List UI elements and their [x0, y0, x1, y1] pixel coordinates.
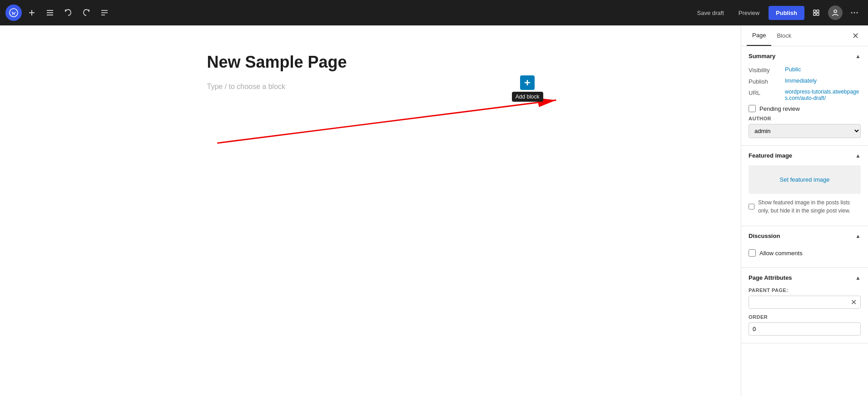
url-row: URL wordpress-tutorials.atwebpages.com/a… — [749, 89, 861, 101]
redo-button[interactable] — [78, 5, 94, 21]
visibility-label: Visibility — [749, 66, 785, 74]
show-featured-image-text: Show featured image in the posts lists o… — [758, 198, 861, 215]
editor-content: New Sample Page Type / to choose a block — [207, 53, 534, 369]
add-block-button[interactable] — [520, 75, 535, 90]
parent-page-input-wrap: ✕ — [749, 296, 861, 309]
publish-value[interactable]: Immediately — [785, 77, 817, 84]
pending-review-label[interactable]: Pending review — [759, 105, 800, 112]
add-block-tooltip: Add block — [512, 92, 543, 102]
svg-rect-7 — [813, 10, 816, 12]
toolbar-left: W — [5, 5, 113, 21]
show-featured-image-row: Show featured image in the posts lists o… — [749, 198, 861, 215]
discussion-content: Allow comments — [741, 249, 868, 267]
svg-rect-9 — [813, 13, 816, 15]
author-section: AUTHOR admin — [749, 116, 861, 138]
set-featured-image-button[interactable]: Set featured image — [749, 165, 861, 194]
publish-row: Publish Immediately — [749, 77, 861, 85]
svg-point-12 — [851, 12, 853, 14]
order-label: ORDER — [749, 314, 861, 320]
publish-label: Publish — [749, 77, 785, 85]
annotation-arrow — [171, 94, 589, 166]
editor-area[interactable]: New Sample Page Type / to choose a block — [0, 25, 741, 396]
discussion-title: Discussion — [749, 233, 780, 239]
summary-chevron: ▲ — [855, 53, 861, 59]
allow-comments-checkbox[interactable] — [749, 249, 756, 257]
parent-page-clear-button[interactable]: ✕ — [847, 296, 860, 308]
save-draft-button[interactable]: Save draft — [692, 7, 729, 19]
parent-page-label: PARENT PAGE: — [749, 287, 861, 293]
url-value[interactable]: wordpress-tutorials.atwebpages.com/auto-… — [785, 89, 861, 101]
summary-section-header[interactable]: Summary ▲ — [741, 46, 868, 66]
svg-line-16 — [217, 100, 556, 144]
visibility-row: Visibility Public — [749, 66, 861, 74]
featured-image-chevron: ▲ — [855, 153, 861, 159]
parent-page-input[interactable] — [749, 296, 847, 308]
page-attributes-content: PARENT PAGE: ✕ ORDER — [741, 287, 868, 343]
featured-image-header[interactable]: Featured image ▲ — [741, 146, 868, 165]
add-block-area: Add block — [512, 75, 543, 102]
show-featured-image-checkbox[interactable] — [749, 203, 754, 210]
page-attributes-title: Page Attributes — [749, 274, 792, 281]
sidebar: Page Block ✕ Summary ▲ Visibility Public… — [741, 25, 868, 396]
preview-button[interactable]: Preview — [733, 7, 765, 19]
summary-section: Summary ▲ Visibility Public Publish Imme… — [741, 46, 868, 146]
visibility-value[interactable]: Public — [785, 66, 801, 73]
svg-text:W: W — [11, 10, 16, 16]
svg-point-13 — [854, 12, 855, 14]
main-layout: New Sample Page Type / to choose a block — [0, 25, 868, 396]
discussion-chevron: ▲ — [855, 233, 861, 239]
allow-comments-label[interactable]: Allow comments — [759, 250, 803, 257]
show-featured-image-checkbox-row: Show featured image in the posts lists o… — [749, 198, 861, 215]
author-label: AUTHOR — [749, 116, 861, 121]
tab-page[interactable]: Page — [747, 25, 771, 46]
svg-point-11 — [834, 10, 837, 13]
summary-content: Visibility Public Publish Immediately UR… — [741, 66, 868, 145]
user-avatar[interactable] — [828, 5, 843, 20]
order-input[interactable] — [749, 322, 861, 336]
close-sidebar-button[interactable]: ✕ — [848, 25, 863, 46]
tools-button[interactable] — [42, 5, 58, 21]
pending-review-row: Pending review — [749, 105, 861, 112]
featured-image-title: Featured image — [749, 152, 792, 159]
summary-title: Summary — [749, 53, 775, 59]
document-overview-button[interactable] — [96, 5, 113, 21]
svg-point-14 — [857, 12, 858, 14]
wp-logo[interactable]: W — [5, 5, 22, 21]
sidebar-tabs: Page Block ✕ — [741, 25, 868, 46]
discussion-header[interactable]: Discussion ▲ — [741, 226, 868, 246]
featured-image-content: Set featured image Show featured image i… — [741, 165, 868, 226]
block-placeholder[interactable]: Type / to choose a block — [207, 83, 534, 91]
page-attributes-section: Page Attributes ▲ PARENT PAGE: ✕ ORDER — [741, 268, 868, 343]
add-block-toolbar-button[interactable] — [24, 5, 40, 21]
pending-review-checkbox[interactable] — [749, 105, 756, 112]
undo-button[interactable] — [60, 5, 76, 21]
svg-rect-8 — [817, 10, 819, 12]
url-label: URL — [749, 89, 785, 96]
toolbar-right: Save draft Preview Publish — [692, 5, 863, 21]
page-title[interactable]: New Sample Page — [207, 53, 534, 72]
settings-button[interactable] — [808, 5, 824, 21]
allow-comments-row: Allow comments — [749, 249, 861, 257]
page-attributes-chevron: ▲ — [855, 275, 861, 281]
tab-block[interactable]: Block — [771, 25, 797, 46]
discussion-section: Discussion ▲ Allow comments — [741, 226, 868, 268]
publish-button[interactable]: Publish — [769, 6, 804, 20]
featured-image-section: Featured image ▲ Set featured image Show… — [741, 146, 868, 226]
page-attributes-header[interactable]: Page Attributes ▲ — [741, 268, 868, 287]
svg-rect-10 — [817, 13, 819, 15]
toolbar: W — [0, 0, 868, 25]
more-options-button[interactable] — [846, 5, 863, 21]
author-select[interactable]: admin — [749, 124, 861, 138]
